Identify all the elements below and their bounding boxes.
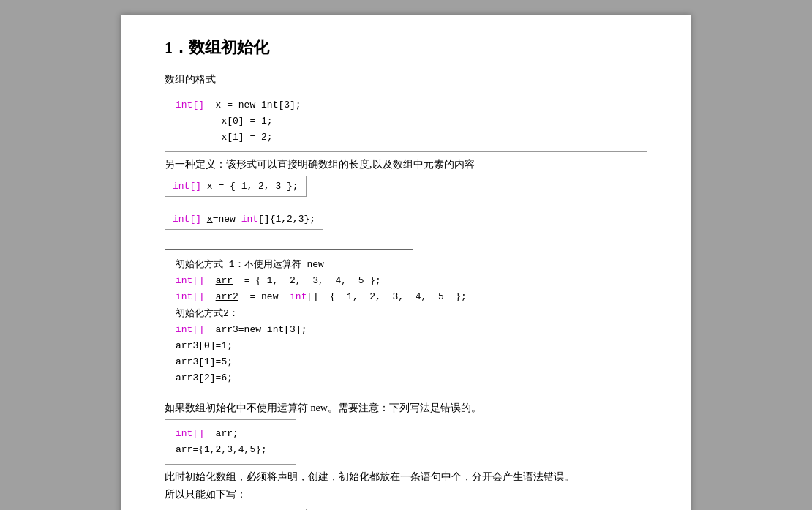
big-line-2: int[] arr = { 1, 2, 3, 4, 5 };	[176, 273, 402, 289]
code-inline-3: int[] x=new int[]{1,2,3};	[165, 209, 323, 230]
code-block-1: int[] x = new int[3]; x[0] = 1; x[1] = 2…	[165, 91, 647, 152]
big-line-5: int[] arr3=new int[3];	[176, 322, 402, 338]
code-block-4: int[] arr; arr={1,2,3,4,5};	[165, 419, 296, 465]
label-note2: 所以只能如下写：	[165, 488, 647, 501]
code-line-4a: int[] arr;	[176, 426, 285, 442]
label-note1: 此时初始化数组，必须将声明，创建，初始化都放在一条语句中个，分开会产生语法错误。	[165, 470, 647, 484]
page: 1．数组初始化 数组的格式 int[] x = new int[3]; x[0]…	[121, 15, 691, 510]
label-warning: 如果数组初始化中不使用运算符 new。需要注意：下列写法是错误的。	[165, 402, 647, 415]
big-line-8: arr3[2]=6;	[176, 370, 402, 386]
big-code-block: 初始化方式 1：不使用运算符 new int[] arr = { 1, 2, 3…	[165, 249, 413, 394]
section-heading: 数组初始化	[189, 38, 269, 56]
code-line-4b: arr={1,2,3,4,5};	[176, 442, 285, 458]
code-text-2: int[] x = { 1, 2, 3 };	[173, 181, 298, 192]
label-another-def: 另一种定义：该形式可以直接明确数组的长度,以及数组中元素的内容	[165, 158, 647, 171]
big-line-4: 初始化方式2：	[176, 306, 402, 322]
code-line-1: int[] x = new int[3];	[176, 97, 636, 113]
big-line-1: 初始化方式 1：不使用运算符 new	[176, 257, 402, 273]
big-line-7: arr3[1]=5;	[176, 354, 402, 370]
code-line-2: x[0] = 1;	[176, 113, 636, 130]
code-inline-2: int[] x = { 1, 2, 3 };	[165, 176, 307, 197]
code-line-3: x[1] = 2;	[176, 130, 636, 146]
section-number: 1．	[165, 38, 189, 56]
kw-int: int[]	[176, 100, 204, 110]
big-line-3: int[] arr2 = new int[] { 1, 2, 3, 4, 5 }…	[176, 289, 402, 305]
big-line-6: arr3[0]=1;	[176, 338, 402, 354]
label-array-format: 数组的格式	[165, 73, 647, 86]
section-title: 1．数组初始化	[165, 37, 647, 59]
code-text-3: int[] x=new int[]{1,2,3};	[173, 214, 315, 225]
